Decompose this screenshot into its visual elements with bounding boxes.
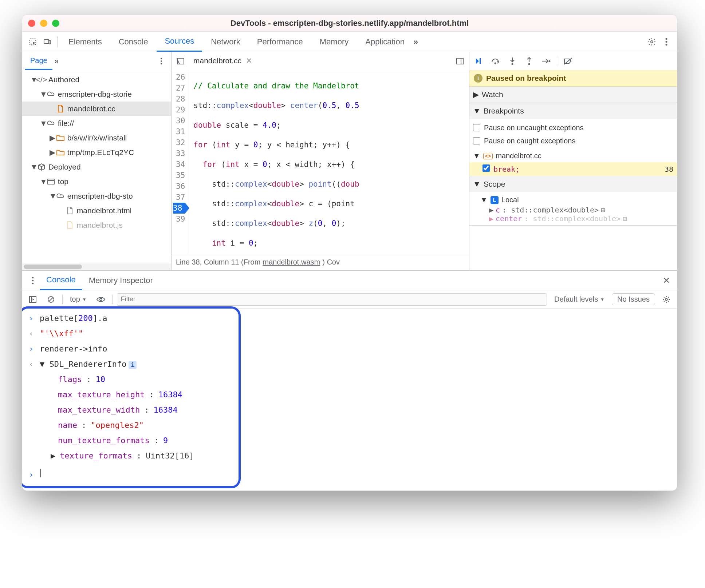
main-tabstrip: Elements Console Sources Network Perform… — [22, 32, 677, 52]
drawer-menu-icon[interactable] — [26, 274, 40, 287]
info-badge-icon[interactable]: i — [129, 361, 137, 369]
scope-var-c[interactable]: ▶ c: std::complex<double>⊞ — [473, 206, 673, 214]
svg-rect-28 — [29, 297, 36, 302]
breakpoints-section[interactable]: ▼Breakpoints — [469, 103, 677, 119]
device-toolbar-icon[interactable] — [40, 35, 54, 49]
code-lines[interactable]: // Calculate and draw the Mandelbrot std… — [188, 70, 469, 254]
tabs-overflow-icon[interactable]: » — [413, 37, 418, 47]
navigator-overflow-icon[interactable]: » — [55, 57, 59, 65]
pause-uncaught-checkbox[interactable]: Pause on uncaught exceptions — [473, 121, 673, 134]
console-sidebar-icon[interactable] — [26, 293, 40, 306]
drawer-tab-console[interactable]: Console — [40, 271, 82, 290]
toggle-navigator-icon[interactable] — [174, 54, 188, 68]
tab-sources[interactable]: Sources — [157, 32, 202, 52]
tree-authored[interactable]: ▼</> Authored — [22, 72, 171, 87]
svg-rect-1 — [44, 39, 49, 43]
resume-icon[interactable] — [472, 55, 485, 68]
no-issues-button[interactable]: No Issues — [612, 293, 655, 305]
svg-line-31 — [49, 297, 53, 302]
svg-point-8 — [161, 60, 162, 61]
step-icon[interactable] — [539, 55, 552, 68]
tab-application[interactable]: Application — [357, 32, 413, 52]
window-title: DevTools - emscripten-dbg-stories.netlif… — [22, 19, 677, 28]
svg-rect-2 — [49, 40, 51, 44]
file-tab-mandelbrot[interactable]: mandelbrot.cc ✕ — [188, 52, 258, 70]
settings-gear-icon[interactable] — [645, 35, 659, 49]
tree-file-js[interactable]: mandelbrot.js — [22, 218, 171, 233]
deactivate-breakpoints-icon[interactable] — [562, 55, 575, 68]
scope-local[interactable]: ▼LLocal — [473, 194, 673, 206]
svg-point-17 — [495, 62, 496, 64]
breakpoint-file[interactable]: ▼<>mandelbrot.cc — [469, 150, 677, 162]
watch-section[interactable]: ▶Watch — [469, 87, 677, 103]
svg-point-4 — [666, 38, 667, 40]
titlebar: DevTools - emscripten-dbg-stories.netlif… — [22, 15, 677, 32]
file-tree: ▼</> Authored ▼ emscripten-dbg-storie ma… — [22, 70, 171, 263]
tree-file-mandelbrot-cc[interactable]: mandelbrot.cc — [22, 102, 171, 116]
tab-console[interactable]: Console — [111, 32, 156, 52]
tab-memory[interactable]: Memory — [312, 32, 357, 52]
svg-point-19 — [512, 63, 513, 65]
svg-point-32 — [100, 298, 102, 301]
line-gutter[interactable]: 2627282930313233343536373839 — [172, 70, 188, 254]
tree-domain-2[interactable]: ▼ emscripten-dbg-sto — [22, 189, 171, 203]
tab-performance[interactable]: Performance — [249, 32, 311, 52]
live-expression-icon[interactable] — [94, 293, 108, 306]
svg-point-5 — [666, 41, 667, 43]
tree-file-proto[interactable]: ▼ file:// — [22, 116, 171, 131]
svg-rect-14 — [457, 58, 463, 64]
info-icon: i — [474, 74, 483, 83]
wasm-source-link[interactable]: mandelbrot.wasm — [263, 258, 320, 266]
log-levels-selector[interactable]: Default levels ▼ — [551, 294, 607, 304]
console-caret[interactable] — [40, 469, 41, 477]
toggle-debugger-icon[interactable] — [453, 54, 467, 68]
paused-banner: i Paused on breakpoint — [469, 70, 677, 87]
svg-point-25 — [32, 277, 34, 278]
scope-var-center[interactable]: ▶ center: std::complex<double>⊞ — [473, 214, 673, 223]
svg-point-27 — [32, 282, 34, 284]
svg-rect-10 — [48, 179, 54, 184]
scope-section[interactable]: ▼Scope — [469, 176, 677, 192]
navigator-menu-icon[interactable] — [154, 54, 168, 68]
step-out-icon[interactable] — [523, 55, 536, 68]
console-output[interactable]: ›palette[200].a ‹"'\\xff'" ›renderer->in… — [22, 309, 677, 490]
kebab-menu-icon[interactable] — [659, 35, 673, 49]
svg-rect-16 — [480, 58, 481, 64]
close-tab-icon[interactable]: ✕ — [246, 56, 252, 65]
navigator-tab-page[interactable]: Page — [25, 52, 52, 70]
svg-point-3 — [651, 41, 653, 43]
svg-point-7 — [161, 57, 162, 59]
context-selector[interactable]: top ▼ — [67, 294, 90, 304]
tab-network[interactable]: Network — [203, 32, 248, 52]
svg-point-6 — [666, 44, 667, 45]
svg-point-23 — [549, 60, 551, 62]
console-settings-icon[interactable] — [659, 293, 673, 306]
debug-toolbar — [469, 52, 677, 70]
editor-status: Line 38, Column 11 (From mandelbrot.wasm… — [172, 254, 469, 270]
svg-point-9 — [161, 63, 162, 64]
step-into-icon[interactable] — [506, 55, 519, 68]
tree-folder-2[interactable]: ▶ tmp/tmp.ELcTq2YC — [22, 145, 171, 160]
step-over-icon[interactable] — [489, 55, 502, 68]
tree-scrollbar[interactable] — [22, 263, 171, 270]
breakpoint-entry[interactable]: break; 38 — [469, 162, 677, 176]
tree-top[interactable]: ▼ top — [22, 174, 171, 189]
clear-console-icon[interactable] — [44, 293, 58, 306]
console-filter-input[interactable] — [117, 293, 547, 306]
drawer-close-icon[interactable]: ✕ — [659, 274, 673, 287]
tree-domain-1[interactable]: ▼ emscripten-dbg-storie — [22, 87, 171, 102]
tab-elements[interactable]: Elements — [60, 32, 110, 52]
tree-deployed[interactable]: ▼ Deployed — [22, 160, 171, 174]
svg-point-21 — [528, 63, 530, 65]
tree-folder-1[interactable]: ▶ b/s/w/ir/x/w/install — [22, 131, 171, 145]
drawer-tab-memory[interactable]: Memory Inspector — [82, 271, 159, 290]
inspect-icon[interactable] — [26, 35, 40, 49]
pause-caught-checkbox[interactable]: Pause on caught exceptions — [473, 134, 673, 147]
svg-point-26 — [32, 279, 34, 281]
svg-point-33 — [665, 298, 667, 301]
tree-file-html[interactable]: mandelbrot.html — [22, 203, 171, 218]
